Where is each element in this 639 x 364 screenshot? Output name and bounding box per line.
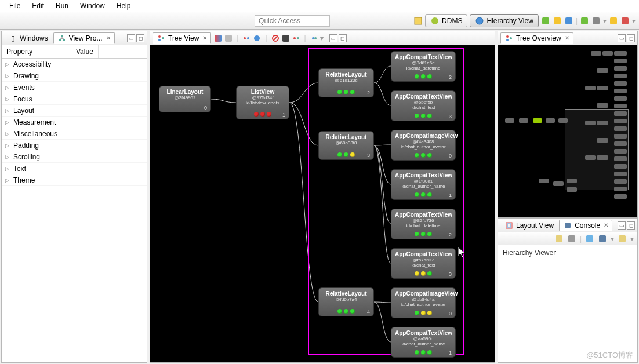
palette-icon[interactable]: [292, 34, 301, 43]
maximize-icon[interactable]: ◻: [627, 34, 635, 42]
svg-rect-4: [59, 39, 61, 41]
tab-tree-overview[interactable]: Tree Overview ✕: [500, 32, 573, 44]
tree-node[interactable]: ListView@975d34fid/listview_chats1: [236, 86, 289, 119]
clear-icon[interactable]: [554, 234, 564, 243]
tab-windows[interactable]: ▯ Windows: [4, 32, 52, 44]
capture-icon[interactable]: [213, 34, 223, 43]
tab-tree-view[interactable]: Tree View ✕: [153, 32, 211, 44]
globe-icon[interactable]: [252, 34, 262, 43]
expand-icon[interactable]: ▷: [5, 143, 11, 148]
expand-icon[interactable]: ▷: [5, 131, 11, 137]
right-bottom-panel: Layout View Console ✕ ▭◻ | ▾ ▾ Hierarc: [498, 217, 637, 362]
menu-edit[interactable]: Edit: [26, 1, 50, 11]
minimize-icon[interactable]: ▭: [127, 34, 135, 42]
lock-icon[interactable]: [567, 234, 576, 243]
tree-node[interactable]: AppCompatTextView@6b6f5bid/chat_text3: [391, 90, 456, 121]
tree-node[interactable]: AppCompatTextView@aa590did/chat_author_n…: [391, 327, 456, 358]
tool-icon-1[interactable]: [541, 16, 550, 26]
property-name: Miscellaneous: [13, 130, 57, 138]
perspective-hierarchy-label: Hierarchy View: [486, 17, 533, 25]
tree-canvas[interactable]: LinearLayout@2f499620ListView@975d34fid/…: [150, 45, 495, 362]
tree-node[interactable]: AppCompatImageView@f4a3408id/chat_author…: [391, 130, 456, 161]
property-row[interactable]: ▷Events: [2, 82, 147, 93]
tree-node[interactable]: RelativeLayout@61d130c2: [318, 68, 374, 97]
menu-run[interactable]: Run: [50, 1, 74, 11]
property-name: Accessibility: [13, 60, 51, 68]
tool-icon-5[interactable]: [591, 16, 601, 26]
open-perspective-icon[interactable]: [413, 16, 423, 26]
property-row[interactable]: ▷Measurement: [2, 117, 147, 128]
close-icon[interactable]: ✕: [106, 35, 111, 41]
tree-node[interactable]: AppCompatTextView@fa7a637id/chat_text3: [391, 248, 456, 279]
tree-node[interactable]: AppCompatTextView@8d61e6eid/chat_datetim…: [391, 51, 456, 82]
expand-icon[interactable]: ▷: [5, 166, 11, 172]
maximize-icon[interactable]: ◻: [339, 34, 347, 42]
property-row[interactable]: ▷Theme: [2, 174, 147, 186]
minimize-icon[interactable]: ▭: [618, 221, 626, 230]
close-icon[interactable]: ✕: [565, 35, 569, 41]
display-icon[interactable]: [598, 234, 607, 243]
menu-help[interactable]: Help: [111, 1, 137, 11]
column-property[interactable]: Property: [2, 45, 71, 58]
column-value[interactable]: Value: [71, 45, 99, 58]
overview-canvas[interactable]: [498, 45, 637, 217]
tree-node[interactable]: AppCompatTextView@82fb736id/chat_datetim…: [391, 209, 456, 239]
tool-icon-3[interactable]: [564, 16, 573, 26]
tree-icon: [57, 34, 67, 43]
tool-icon-7[interactable]: [620, 16, 630, 26]
svg-point-17: [314, 37, 317, 39]
minimize-icon[interactable]: ▭: [618, 34, 626, 42]
property-row[interactable]: ▷Focus: [2, 93, 147, 105]
perspective-ddms-button[interactable]: DDMS: [425, 14, 467, 27]
tab-console[interactable]: Console ✕: [559, 220, 612, 231]
perspective-hierarchy-button[interactable]: Hierarchy View: [470, 14, 538, 27]
property-row[interactable]: ▷Layout: [2, 105, 147, 117]
profile-icon[interactable]: [310, 34, 319, 43]
property-row[interactable]: ▷Text: [2, 163, 147, 174]
expand-icon[interactable]: ▷: [5, 96, 11, 102]
tab-layout-view[interactable]: Layout View: [500, 220, 558, 231]
console-output: Hierarchy Viewer: [498, 245, 637, 260]
pin-icon[interactable]: [585, 234, 594, 243]
tree-node[interactable]: LinearLayout@2f499620: [159, 86, 211, 112]
expand-icon[interactable]: ▷: [5, 177, 11, 183]
maximize-icon[interactable]: ◻: [136, 34, 144, 42]
expand-icon[interactable]: ▷: [5, 108, 11, 114]
open-console-icon[interactable]: [618, 234, 627, 243]
overview-tabstrip: Tree Overview ✕ ▭◻: [498, 31, 637, 45]
property-name: Theme: [13, 176, 35, 184]
tree-node[interactable]: RelativeLayout@fd0b7a44: [318, 287, 374, 316]
minimize-icon[interactable]: ▭: [329, 34, 337, 42]
stop-icon[interactable]: [271, 34, 280, 43]
tool-icon-4[interactable]: [580, 16, 589, 26]
tool-icon-2[interactable]: [553, 16, 562, 26]
svg-rect-23: [565, 223, 571, 228]
tab-view-properties[interactable]: View Pro... ✕: [53, 32, 115, 44]
tree-node[interactable]: AppCompatTextView@1f80d1id/chat_author_n…: [391, 169, 456, 200]
maximize-icon[interactable]: ◻: [627, 221, 635, 230]
layers-icon[interactable]: [242, 34, 251, 43]
expand-icon[interactable]: ▷: [5, 154, 11, 160]
property-name: Scrolling: [13, 153, 40, 161]
property-row[interactable]: ▷Scrolling: [2, 151, 147, 163]
tree-node[interactable]: RelativeLayout@60a33f83: [318, 131, 374, 160]
right-column: Tree Overview ✕ ▭◻ Layout View Console ✕…: [498, 31, 638, 363]
svg-point-10: [247, 37, 249, 39]
expand-icon[interactable]: ▷: [5, 61, 11, 67]
save-icon[interactable]: [224, 34, 233, 43]
expand-icon[interactable]: ▷: [5, 119, 11, 125]
close-icon[interactable]: ✕: [202, 35, 207, 41]
tool-icon-6[interactable]: [609, 16, 618, 26]
menu-file[interactable]: File: [3, 1, 26, 11]
property-row[interactable]: ▷Padding: [2, 140, 147, 151]
expand-icon[interactable]: ▷: [5, 73, 11, 79]
target-icon[interactable]: [281, 34, 291, 43]
expand-icon[interactable]: ▷: [5, 85, 11, 90]
property-row[interactable]: ▷Drawing: [2, 70, 147, 82]
quick-access-input[interactable]: [255, 15, 330, 27]
property-row[interactable]: ▷Miscellaneous: [2, 128, 147, 140]
property-row[interactable]: ▷Accessibility: [2, 59, 147, 70]
close-icon[interactable]: ✕: [604, 222, 608, 228]
menu-window[interactable]: Window: [74, 1, 111, 11]
tree-node[interactable]: AppCompatImageView@bb84c4aid/chat_author…: [391, 287, 456, 318]
